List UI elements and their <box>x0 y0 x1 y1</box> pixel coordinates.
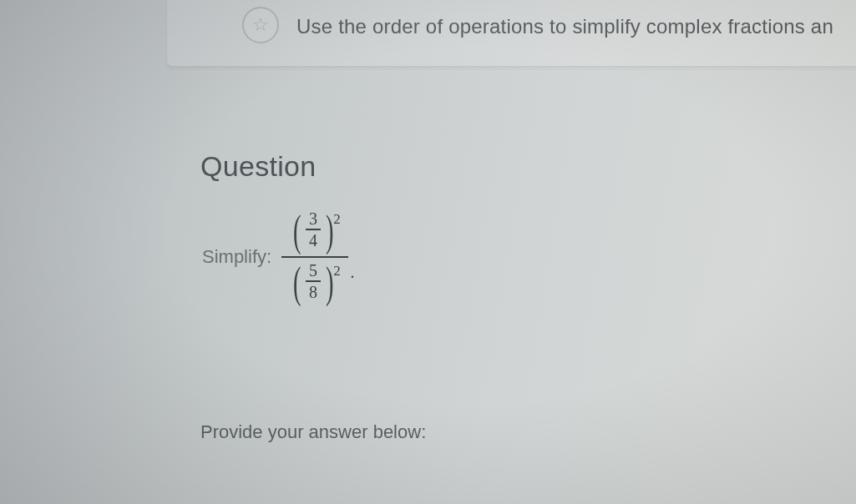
favorite-star-icon[interactable]: ☆ <box>242 7 279 43</box>
left-paren-icon: ( <box>292 209 301 253</box>
answer-prompt: Provide your answer below: <box>200 421 426 443</box>
numerator-value: 3 <box>307 209 319 228</box>
exponent-bottom: 2 <box>333 263 341 280</box>
question-heading: Question <box>200 150 823 183</box>
topic-title: Use the order of operations to simplify … <box>296 15 833 38</box>
exponent-top: 2 <box>333 211 341 228</box>
star-icon: ☆ <box>252 14 269 36</box>
expression-period: . <box>350 261 355 283</box>
denominator-value: 4 <box>307 231 319 249</box>
right-paren-icon: ) <box>326 209 334 253</box>
left-paren-icon: ( <box>292 261 301 305</box>
inner-fraction-top: 3 4 <box>304 209 322 249</box>
numerator-group: ( 3 4 ) 2 <box>285 208 346 255</box>
complex-fraction: ( 3 4 ) 2 ( 5 8 ) 2 <box>281 208 348 306</box>
right-paren-icon: ) <box>326 261 334 305</box>
denominator-group: ( 5 8 ) 2 <box>285 260 346 306</box>
inner-fraction-bottom: 5 8 <box>304 261 322 301</box>
fraction-bar-icon <box>306 280 321 282</box>
main-fraction-bar-icon <box>281 256 348 258</box>
denominator-value: 8 <box>307 283 319 301</box>
simplify-label: Simplify: <box>202 246 271 268</box>
fraction-bar-icon <box>306 229 321 230</box>
question-section: Question Simplify: ( 3 4 ) 2 ( 5 8 <box>200 150 823 306</box>
problem-expression: Simplify: ( 3 4 ) 2 ( 5 8 <box>202 208 823 306</box>
numerator-value: 5 <box>307 261 319 280</box>
